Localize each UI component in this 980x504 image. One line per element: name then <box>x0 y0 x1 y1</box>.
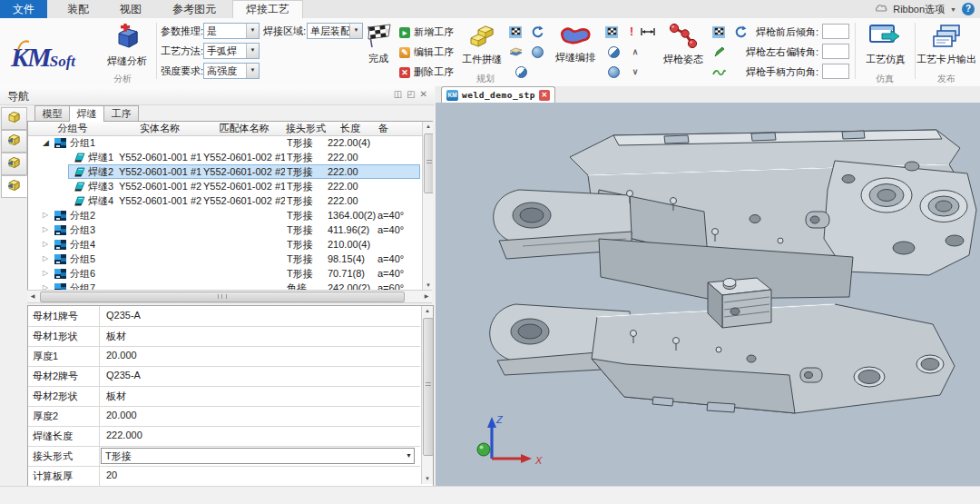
menu-tab-reference[interactable]: 参考图元 <box>160 0 229 18</box>
col-header-match[interactable]: 匹配体名称 <box>202 122 287 136</box>
sphere-icon[interactable] <box>606 64 621 79</box>
gun-pitch-input[interactable] <box>822 24 849 39</box>
help-icon[interactable]: ? <box>962 3 975 15</box>
col-header-entity[interactable]: 实体名称 <box>117 122 203 136</box>
joint-type-select[interactable]: T形接▼ <box>101 448 415 464</box>
nav-tab-process[interactable]: 工序 <box>103 105 139 122</box>
chevron-up-icon[interactable]: ∧ <box>628 44 642 59</box>
half-sphere-icon[interactable] <box>606 44 621 59</box>
col-header-group[interactable]: 分组号 <box>28 122 118 136</box>
pin-icon[interactable]: ◫ <box>394 89 402 99</box>
property-row[interactable]: 焊缝长度222.000 <box>28 426 420 447</box>
tree-row[interactable]: ▷分组3T形接411.96(2)a=40° <box>28 222 433 237</box>
scroll-right-icon[interactable]: ▶ <box>421 291 432 302</box>
pen-icon[interactable] <box>711 44 726 59</box>
workpiece-seam-button[interactable]: 工件拼缝 <box>459 24 505 66</box>
scroll-up-icon[interactable]: ▲ <box>422 306 433 316</box>
menu-tab-assembly[interactable]: 装配 <box>54 0 102 18</box>
tree-horizontal-scrollbar[interactable]: ◀ ▶ <box>27 290 432 303</box>
col-header-length[interactable]: 长度 <box>326 122 376 136</box>
chevron-down-icon[interactable]: ▼ <box>349 24 362 38</box>
gun-posture-button[interactable]: 焊枪姿态 <box>661 22 706 66</box>
rotate-icon[interactable] <box>530 25 544 39</box>
nav-tab-weld[interactable]: 焊缝 <box>69 105 104 122</box>
chevron-down-icon[interactable]: ▼ <box>246 44 259 58</box>
col-header-remark[interactable]: 备 <box>375 122 426 136</box>
weld-region-select[interactable]: 单层装配▼ <box>307 23 363 39</box>
tree-row[interactable]: ▷分组5T形接98.15(4)a=40° <box>28 252 433 266</box>
expand-icon[interactable]: ▷ <box>43 222 52 237</box>
tree-row[interactable]: ▷分组4T形接210.00(4) <box>28 237 433 252</box>
property-row[interactable]: 接头形式T形接▼ <box>28 446 420 467</box>
chevron-down-icon[interactable]: ∨ <box>628 64 642 79</box>
mini-flag-icon[interactable] <box>604 25 619 39</box>
gun-handle-input[interactable] <box>822 64 849 79</box>
properties-vertical-scrollbar[interactable]: ▲ ▼ <box>421 306 433 484</box>
measure-icon[interactable] <box>641 25 655 39</box>
blue-cube-plus-icon <box>112 42 142 53</box>
minimize-ribbon-icon[interactable] <box>875 3 887 15</box>
close-icon[interactable]: ✕ <box>420 89 427 99</box>
dock-icon[interactable]: ◰ <box>407 89 415 99</box>
expand-icon[interactable]: ▷ <box>43 237 52 252</box>
menu-tab-view[interactable]: 视图 <box>107 0 154 18</box>
process-card-output-button[interactable]: 工艺卡片输出 <box>916 24 976 66</box>
tree-vertical-scrollbar[interactable]: ▲ ▼ <box>422 122 433 291</box>
property-row[interactable]: 母材2牌号Q235-A <box>28 366 420 387</box>
mini-flag-icon[interactable] <box>508 25 523 39</box>
side-strip-button[interactable] <box>1 107 27 130</box>
expand-icon[interactable]: ▷ <box>43 252 52 266</box>
menu-tab-weld-process[interactable]: 焊接工艺 <box>232 0 303 19</box>
side-strip-button[interactable] <box>1 130 27 153</box>
ribbon-options-button[interactable]: Ribbon选项 <box>893 3 945 16</box>
entity-cell: Y552-0601-001 #2 <box>119 179 202 193</box>
sphere-icon[interactable] <box>530 44 544 59</box>
tree-row[interactable]: 焊缝3Y552-0601-001 #2Y552-0601-002 #1T形接22… <box>28 179 433 193</box>
tree-row[interactable]: ▷分组6T形接70.71(8)a=40° <box>28 266 433 281</box>
3d-viewport[interactable]: Z X <box>436 103 980 486</box>
weld-arrange-button[interactable]: 焊缝编排 <box>552 24 599 64</box>
process-simulation-button[interactable]: 工艺仿真 <box>860 24 911 66</box>
edit-step-button[interactable]: ✎ 编辑工序 <box>399 45 454 59</box>
property-row[interactable]: 母材2形状板材 <box>28 386 420 407</box>
process-method-select[interactable]: 手弧焊▼ <box>203 43 260 59</box>
document-tab-label: weld_demo_stp <box>462 90 535 100</box>
property-row[interactable]: 母材1牌号Q235-A <box>28 306 420 327</box>
property-row[interactable]: 厚度120.000 <box>28 346 420 367</box>
nav-tab-model[interactable]: 模型 <box>34 105 70 122</box>
add-step-button[interactable]: ▸ 新增工序 <box>399 25 454 39</box>
chevron-down-icon[interactable]: ▼ <box>246 24 259 38</box>
scroll-left-icon[interactable]: ◀ <box>27 291 38 302</box>
document-tab[interactable]: KM weld_demo_stp ✕ <box>441 86 555 103</box>
scroll-down-icon[interactable]: ▼ <box>422 474 433 484</box>
collapse-icon[interactable]: ◢ <box>43 135 52 150</box>
property-row[interactable]: 计算板厚20 <box>28 466 420 487</box>
tree-row[interactable]: 焊缝2Y552-0601-001 #1Y552-0601-002 #2T形接22… <box>28 164 433 179</box>
property-row[interactable]: 厚度220.000 <box>28 406 420 427</box>
tree-row[interactable]: 焊缝4Y552-0601-001 #2Y552-0601-002 #2T形接22… <box>28 193 433 208</box>
menu-tab-file[interactable]: 文件 <box>0 0 47 18</box>
chevron-down-icon[interactable]: ▼ <box>406 452 412 459</box>
weld-analysis-button[interactable]: 焊缝分析 <box>102 24 152 68</box>
close-icon[interactable]: ✕ <box>539 90 550 101</box>
finish-button[interactable]: 完成 <box>363 24 394 65</box>
param-inference-select[interactable]: 是▼ <box>203 23 260 39</box>
property-row[interactable]: 母材1形状板材 <box>28 326 420 347</box>
tree-row[interactable]: 焊缝1Y552-0601-001 #1Y552-0601-002 #1T形接22… <box>28 150 433 164</box>
mini-flag-icon[interactable] <box>711 25 726 39</box>
document-tab-bar: KM weld_demo_stp ✕ <box>436 86 980 104</box>
side-strip-button[interactable] <box>1 175 27 198</box>
stack-icon[interactable] <box>508 44 523 59</box>
tree-row[interactable]: ▷分组2T形接1364.00(2)a=40° <box>28 208 433 222</box>
side-strip-button[interactable] <box>1 153 27 175</box>
exclaim-icon[interactable]: ! <box>624 25 639 39</box>
expand-icon[interactable]: ▷ <box>43 208 52 222</box>
scroll-up-icon[interactable]: ▲ <box>423 122 433 132</box>
chevron-down-icon[interactable]: ▼ <box>246 64 259 78</box>
expand-icon[interactable]: ▷ <box>43 266 52 281</box>
strength-requirement-select[interactable]: 高强度▼ <box>203 63 260 79</box>
gun-yaw-input[interactable] <box>822 44 849 59</box>
spring-icon[interactable] <box>711 64 726 79</box>
col-header-joint[interactable]: 接头形式 <box>286 122 327 136</box>
tree-row[interactable]: ◢分组1T形接222.00(4) <box>28 135 433 150</box>
